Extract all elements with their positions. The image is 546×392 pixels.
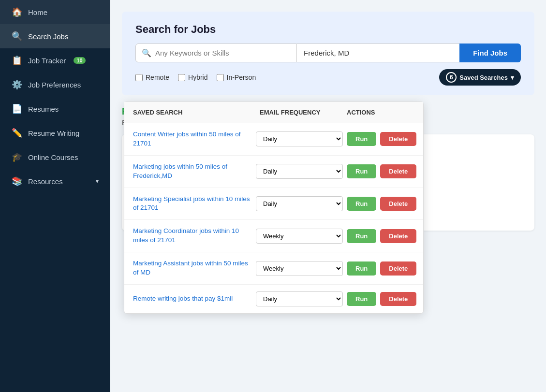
sidebar-item-label: Home bbox=[28, 8, 47, 16]
saved-search-link[interactable]: Marketing Assistant jobs within 50 miles… bbox=[133, 259, 252, 277]
home-icon: 🏠 bbox=[12, 7, 22, 17]
job-tracker-icon: 📋 bbox=[12, 55, 22, 66]
actions-cell: Run Delete bbox=[347, 164, 414, 178]
sidebar-item-label: Resumes bbox=[28, 105, 59, 113]
job-tracker-badge: 10 bbox=[74, 57, 85, 64]
col-saved-search: SAVED SEARCH bbox=[133, 109, 260, 116]
run-button[interactable]: Run bbox=[347, 261, 376, 276]
saved-search-row: Remote writing jobs that pay $1mil Daily… bbox=[124, 285, 423, 313]
keywords-input[interactable] bbox=[155, 49, 291, 57]
saved-search-link[interactable]: Remote writing jobs that pay $1mil bbox=[133, 294, 252, 304]
keywords-search-icon: 🔍 bbox=[142, 48, 151, 58]
delete-button[interactable]: Delete bbox=[380, 229, 416, 243]
in-person-filter-label[interactable]: In-Person bbox=[217, 73, 256, 81]
run-button[interactable]: Run bbox=[347, 197, 376, 211]
remote-label: Remote bbox=[146, 73, 169, 81]
saved-search-link[interactable]: Marketing Specialist jobs within 10 mile… bbox=[133, 195, 252, 213]
saved-search-link[interactable]: Marketing Coordinator jobs within 10 mil… bbox=[133, 227, 252, 245]
run-button[interactable]: Run bbox=[347, 292, 376, 306]
filter-row: Remote Hybrid In-Person 6 Saved Searches… bbox=[135, 69, 521, 86]
search-card: Search for Jobs 🔍 Find Jobs Remote Hybri… bbox=[122, 12, 534, 95]
sidebar-item-label: Resume Writing bbox=[28, 129, 79, 137]
saved-searches-dropdown: SAVED SEARCH EMAIL FREQUENCY ACTIONS Con… bbox=[124, 102, 424, 314]
sidebar-item-resumes[interactable]: 📄 Resumes bbox=[0, 97, 110, 121]
actions-cell: Run Delete bbox=[347, 292, 414, 306]
run-button[interactable]: Run bbox=[347, 132, 376, 146]
search-row: 🔍 Find Jobs bbox=[135, 44, 521, 62]
sidebar-item-resume-writing[interactable]: ✏️ Resume Writing bbox=[0, 121, 110, 145]
saved-search-link[interactable]: Content Writer jobs within 50 miles of 2… bbox=[133, 130, 252, 148]
search-title: Search for Jobs bbox=[135, 23, 521, 36]
col-actions: ACTIONS bbox=[347, 109, 414, 116]
saved-search-row: Marketing Assistant jobs within 50 miles… bbox=[124, 252, 423, 285]
saved-search-row: Marketing Specialist jobs within 10 mile… bbox=[124, 188, 423, 220]
frequency-select[interactable]: DailyWeeklyMonthly bbox=[256, 229, 343, 244]
saved-searches-label: Saved Searches bbox=[459, 74, 508, 81]
sidebar-item-label: Job Preferences bbox=[28, 81, 81, 89]
sidebar-item-job-preferences[interactable]: ⚙️ Job Preferences bbox=[0, 73, 110, 97]
frequency-select[interactable]: DailyWeeklyMonthly bbox=[256, 291, 343, 306]
saved-searches-count: 6 bbox=[446, 72, 457, 83]
col-email-frequency: EMAIL FREQUENCY bbox=[260, 109, 347, 116]
main-content: Search for Jobs 🔍 Find Jobs Remote Hybri… bbox=[110, 0, 546, 392]
sidebar-item-label: Job Tracker bbox=[28, 57, 66, 65]
resources-arrow: ▾ bbox=[96, 178, 99, 185]
resources-icon: 📚 bbox=[12, 176, 22, 187]
hybrid-label: Hybrid bbox=[188, 73, 207, 81]
keywords-input-wrap: 🔍 bbox=[135, 44, 297, 62]
sidebar-item-home[interactable]: 🏠 Home bbox=[0, 0, 110, 24]
saved-search-link[interactable]: Marketing jobs within 50 miles of Freder… bbox=[133, 162, 252, 181]
delete-button[interactable]: Delete bbox=[380, 132, 416, 146]
actions-cell: Run Delete bbox=[347, 261, 414, 276]
find-jobs-button[interactable]: Find Jobs bbox=[459, 44, 521, 62]
actions-cell: Run Delete bbox=[347, 197, 414, 211]
resume-writing-icon: ✏️ bbox=[12, 128, 22, 138]
in-person-checkbox[interactable] bbox=[217, 74, 224, 81]
in-person-label: In-Person bbox=[227, 73, 256, 81]
frequency-select[interactable]: DailyWeeklyMonthly bbox=[256, 261, 343, 276]
hybrid-filter-label[interactable]: Hybrid bbox=[178, 73, 207, 81]
saved-search-row: Content Writer jobs within 50 miles of 2… bbox=[124, 123, 423, 156]
delete-button[interactable]: Delete bbox=[380, 261, 416, 276]
frequency-select[interactable]: DailyWeeklyMonthly bbox=[256, 131, 343, 146]
sidebar-item-label: Search Jobs bbox=[28, 32, 68, 41]
location-input[interactable] bbox=[297, 44, 459, 62]
job-preferences-icon: ⚙️ bbox=[12, 79, 22, 90]
sidebar-item-label: Resources bbox=[28, 177, 63, 186]
sidebar-item-label: Online Courses bbox=[28, 153, 78, 161]
saved-search-row: Marketing jobs within 50 miles of Freder… bbox=[124, 156, 423, 188]
sidebar-item-job-tracker[interactable]: 📋 Job Tracker 10 bbox=[0, 48, 110, 73]
dropdown-header: SAVED SEARCH EMAIL FREQUENCY ACTIONS bbox=[124, 102, 423, 123]
sidebar-item-online-courses[interactable]: 🎓 Online Courses bbox=[0, 145, 110, 169]
delete-button[interactable]: Delete bbox=[380, 292, 416, 306]
sidebar-item-search-jobs[interactable]: 🔍 Search Jobs bbox=[0, 24, 110, 48]
run-button[interactable]: Run bbox=[347, 164, 376, 178]
run-button[interactable]: Run bbox=[347, 229, 376, 243]
online-courses-icon: 🎓 bbox=[12, 152, 22, 162]
saved-searches-button[interactable]: 6 Saved Searches ▾ bbox=[439, 69, 521, 86]
remote-filter-label[interactable]: Remote bbox=[135, 73, 169, 81]
delete-button[interactable]: Delete bbox=[380, 164, 416, 178]
sidebar: 🏠 Home 🔍 Search Jobs 📋 Job Tracker 10 ⚙️… bbox=[0, 0, 110, 392]
hybrid-checkbox[interactable] bbox=[178, 74, 185, 81]
resumes-icon: 📄 bbox=[12, 103, 22, 114]
frequency-select[interactable]: DailyWeeklyMonthly bbox=[256, 164, 343, 179]
frequency-select[interactable]: DailyWeeklyMonthly bbox=[256, 196, 343, 211]
saved-search-row: Marketing Coordinator jobs within 10 mil… bbox=[124, 220, 423, 252]
remote-checkbox[interactable] bbox=[135, 74, 143, 81]
sidebar-item-resources[interactable]: 📚 Resources ▾ bbox=[0, 169, 110, 193]
chevron-down-icon: ▾ bbox=[511, 74, 514, 81]
search-icon: 🔍 bbox=[12, 31, 22, 42]
actions-cell: Run Delete bbox=[347, 229, 414, 243]
actions-cell: Run Delete bbox=[347, 132, 414, 146]
delete-button[interactable]: Delete bbox=[380, 197, 416, 211]
